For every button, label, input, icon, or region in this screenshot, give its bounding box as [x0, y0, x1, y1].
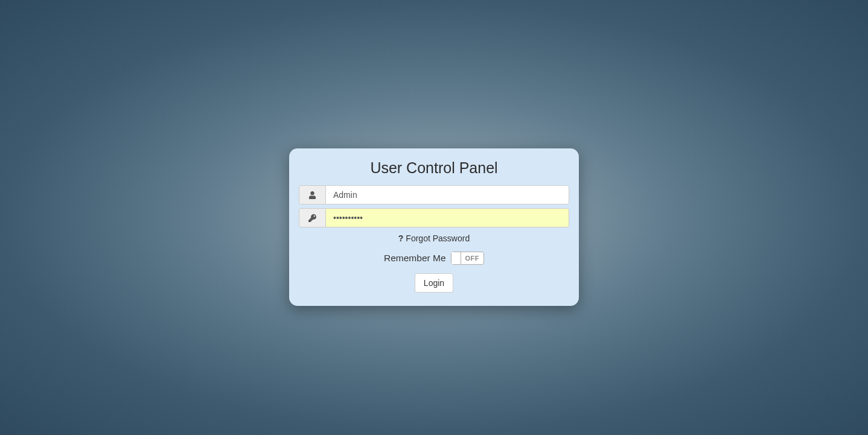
key-icon: [299, 208, 325, 227]
username-group: [299, 185, 569, 205]
password-input[interactable]: [325, 208, 569, 227]
login-card: User Control Panel ?Forgot Password Reme…: [289, 148, 579, 306]
question-icon: ?: [398, 233, 404, 243]
remember-me-row: Remember Me OFF: [299, 252, 569, 265]
user-icon: [299, 185, 325, 205]
toggle-knob: [452, 252, 461, 264]
password-group: [299, 208, 569, 227]
forgot-password-link[interactable]: Forgot Password: [406, 233, 470, 243]
panel-title: User Control Panel: [299, 159, 569, 177]
forgot-password-row: ?Forgot Password: [299, 233, 569, 243]
username-input[interactable]: [325, 185, 569, 205]
login-button[interactable]: Login: [415, 273, 453, 293]
toggle-state-label: OFF: [461, 255, 484, 262]
remember-me-label: Remember Me: [384, 253, 446, 264]
remember-me-toggle[interactable]: OFF: [451, 252, 485, 265]
